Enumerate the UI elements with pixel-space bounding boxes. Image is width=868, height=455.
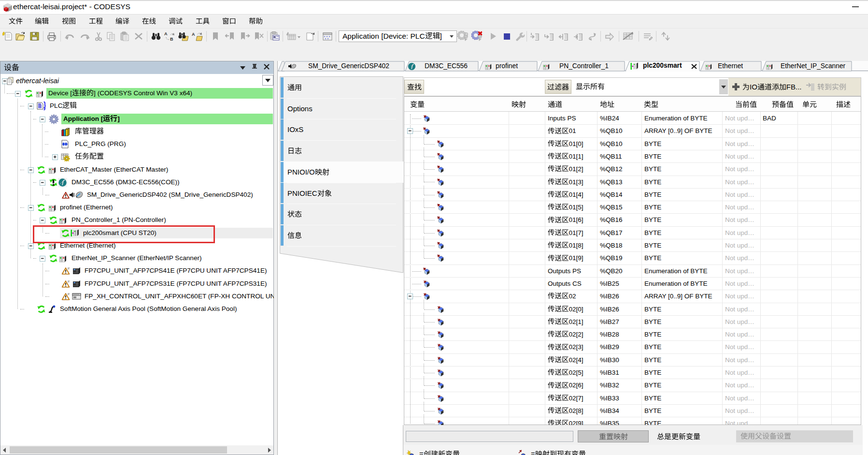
svg-text:A: A [192,32,195,37]
svg-text:A: A [164,31,168,36]
svg-text:B: B [170,37,173,42]
